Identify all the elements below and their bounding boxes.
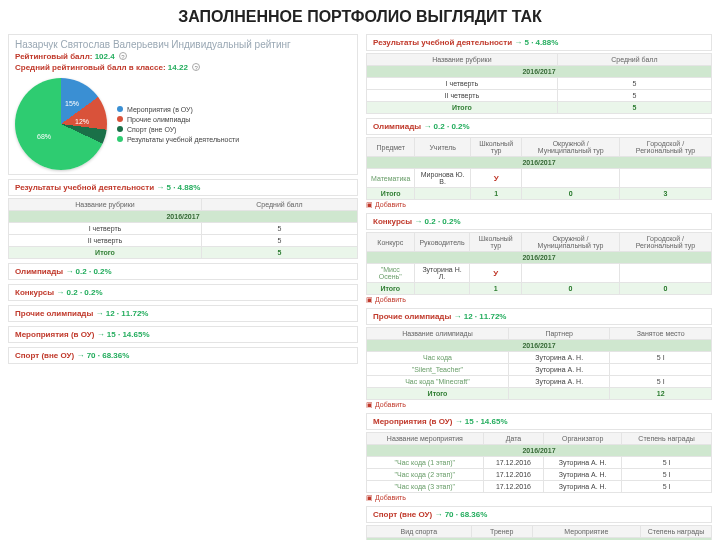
table-row: "Час кода (3 этап)"17.12.2016Зуторина А.… bbox=[367, 481, 712, 493]
help-icon[interactable]: ? bbox=[119, 52, 127, 60]
r-study-table: Название рубрикиСредний балл 2016/2017 I… bbox=[366, 53, 712, 114]
total-row: Итого12 bbox=[367, 388, 712, 400]
section-label: Олимпиады bbox=[373, 122, 421, 131]
pie-slice-label: 68% bbox=[37, 133, 51, 140]
section-events[interactable]: Мероприятия (в ОУ) → 15 · 14.65% bbox=[8, 326, 358, 343]
table-row: "Мисс Осень"Зуторина Н. Л.У bbox=[367, 264, 712, 283]
table-row: МатематикаМиронова Ю. В.У bbox=[367, 169, 712, 188]
section-count: → 70 · 68.36% bbox=[76, 351, 129, 360]
section-label: Мероприятия (в ОУ) bbox=[15, 330, 94, 339]
legend-dot-icon bbox=[117, 126, 123, 132]
col-head: Средний балл bbox=[201, 199, 357, 211]
section-count: → 12 · 11.72% bbox=[454, 312, 507, 321]
rating-label: Рейтинговый балл: bbox=[15, 52, 92, 61]
col-head: Дата bbox=[483, 433, 543, 445]
help-icon[interactable]: ? bbox=[192, 63, 200, 71]
col-head: Городской / Региональный тур bbox=[619, 233, 711, 252]
table-row: "Silent_Teacher"Зуторина А. Н. bbox=[367, 364, 712, 376]
rating-value: 102.4 bbox=[95, 52, 115, 61]
col-head: Организатор bbox=[544, 433, 622, 445]
r-contest-table: КонкурсРуководительШкольный турОкружной … bbox=[366, 232, 712, 295]
table-row: Час кодаЗуторина А. Н.5 I bbox=[367, 352, 712, 364]
two-columns: Назарчук Святослав Валерьевич Индивидуал… bbox=[0, 30, 720, 540]
table-row: "Час кода (2 этап)"17.12.2016Зуторина А.… bbox=[367, 469, 712, 481]
section-count: → 0.2 · 0.2% bbox=[65, 267, 111, 276]
r-olymp-table: ПредметУчительШкольный турОкружной / Мун… bbox=[366, 137, 712, 200]
avg-label: Средний рейтинговый балл в классе: bbox=[15, 63, 166, 72]
r-section-study[interactable]: Результаты учебной деятельности → 5 · 4.… bbox=[366, 34, 712, 51]
r-section-other-olymp[interactable]: Прочие олимпиады → 12 · 11.72% bbox=[366, 308, 712, 325]
table-row: "Час кода (1 этап)"17.12.2016Зуторина А.… bbox=[367, 457, 712, 469]
total-row: Итого5 bbox=[9, 247, 358, 259]
section-study[interactable]: Результаты учебной деятельности → 5 · 4.… bbox=[8, 179, 358, 196]
study-table: Название рубрикиСредний балл 2016/2017 I… bbox=[8, 198, 358, 259]
col-head: Окружной / Муниципальный тур bbox=[522, 233, 620, 252]
section-count: → 12 · 11.72% bbox=[96, 309, 149, 318]
add-link[interactable]: ▣ Добавить bbox=[366, 401, 712, 409]
section-other-olymp[interactable]: Прочие олимпиады → 12 · 11.72% bbox=[8, 305, 358, 322]
col-head: Школьный тур bbox=[470, 138, 522, 157]
legend-dot-icon bbox=[117, 106, 123, 112]
r-section-olymp[interactable]: Олимпиады → 0.2 · 0.2% bbox=[366, 118, 712, 135]
add-link[interactable]: ▣ Добавить bbox=[366, 494, 712, 502]
legend-label: Результаты учебной деятельности bbox=[127, 136, 239, 143]
section-label: Спорт (вне ОУ) bbox=[373, 510, 432, 519]
section-contests[interactable]: Конкурсы → 0.2 · 0.2% bbox=[8, 284, 358, 301]
col-head: Предмет bbox=[367, 138, 415, 157]
legend: Мероприятия (в ОУ) Прочие олимпиады Спор… bbox=[117, 106, 239, 143]
year-row: 2016/2017 bbox=[367, 445, 712, 457]
section-count: → 0.2 · 0.2% bbox=[414, 217, 460, 226]
col-head: Окружной / Муниципальный тур bbox=[522, 138, 620, 157]
year-row: 2016/2017 bbox=[367, 157, 712, 169]
section-label: Прочие олимпиады bbox=[373, 312, 451, 321]
col-head: Степень награды bbox=[641, 526, 712, 538]
year-row: 2016/2017 bbox=[367, 66, 712, 78]
left-column: Назарчук Святослав Валерьевич Индивидуал… bbox=[8, 30, 358, 540]
section-count: → 5 · 4.88% bbox=[156, 183, 200, 192]
total-row: Итого103 bbox=[367, 188, 712, 200]
section-label: Олимпиады bbox=[15, 267, 63, 276]
year-row: 2016/2017 bbox=[367, 252, 712, 264]
total-row: Итого100 bbox=[367, 283, 712, 295]
section-label: Результаты учебной деятельности bbox=[15, 183, 154, 192]
col-head: Городской / Региональный тур bbox=[620, 138, 712, 157]
col-head: Название олимпиады bbox=[367, 328, 509, 340]
r-section-sport[interactable]: Спорт (вне ОУ) → 70 · 68.36% bbox=[366, 506, 712, 523]
section-sport[interactable]: Спорт (вне ОУ) → 70 · 68.36% bbox=[8, 347, 358, 364]
r-sport-table: Вид спортаТренерМероприятиеСтепень награ… bbox=[366, 525, 712, 540]
pie-slice-label: 15% bbox=[65, 100, 79, 107]
section-label: Конкурсы bbox=[15, 288, 54, 297]
section-label: Прочие олимпиады bbox=[15, 309, 93, 318]
r-event-table: Название мероприятияДатаОрганизаторСтепе… bbox=[366, 432, 712, 493]
section-label: Конкурсы bbox=[373, 217, 412, 226]
r-section-contests[interactable]: Конкурсы → 0.2 · 0.2% bbox=[366, 213, 712, 230]
col-head: Название мероприятия bbox=[367, 433, 484, 445]
add-link[interactable]: ▣ Добавить bbox=[366, 201, 712, 209]
section-label: Результаты учебной деятельности bbox=[373, 38, 512, 47]
year-row: 2016/2017 bbox=[9, 211, 358, 223]
right-column: Результаты учебной деятельности → 5 · 4.… bbox=[366, 30, 712, 540]
r-other-table: Название олимпиадыПартнерЗанятое место 2… bbox=[366, 327, 712, 400]
page-title: ЗАПОЛНЕННОЕ ПОРТФОЛИО ВЫГЛЯДИТ ТАК bbox=[0, 0, 720, 30]
pie-slice-label: 12% bbox=[75, 118, 89, 125]
col-head: Название рубрики bbox=[9, 199, 202, 211]
section-count: → 70 · 68.36% bbox=[434, 510, 487, 519]
col-head: Степень награды bbox=[622, 433, 712, 445]
col-head: Название рубрики bbox=[367, 54, 558, 66]
section-olymp[interactable]: Олимпиады → 0.2 · 0.2% bbox=[8, 263, 358, 280]
rating-panel: Назарчук Святослав Валерьевич Индивидуал… bbox=[8, 34, 358, 175]
section-label: Мероприятия (в ОУ) bbox=[373, 417, 452, 426]
col-head: Тренер bbox=[471, 526, 532, 538]
r-section-events[interactable]: Мероприятия (в ОУ) → 15 · 14.65% bbox=[366, 413, 712, 430]
year-row: 2016/2017 bbox=[367, 340, 712, 352]
col-head: Руководитель bbox=[414, 233, 470, 252]
section-label: Спорт (вне ОУ) bbox=[15, 351, 74, 360]
col-head: Вид спорта bbox=[367, 526, 472, 538]
pie-chart: 15% 12% 68% bbox=[15, 78, 107, 170]
section-count: → 0.2 · 0.2% bbox=[423, 122, 469, 131]
add-link[interactable]: ▣ Добавить bbox=[366, 296, 712, 304]
student-subtitle: Индивидуальный рейтинг bbox=[171, 39, 290, 50]
student-name: Назарчук Святослав Валерьевич bbox=[15, 39, 169, 50]
table-row: I четверть5 bbox=[367, 78, 712, 90]
avg-value: 14.22 bbox=[168, 63, 188, 72]
